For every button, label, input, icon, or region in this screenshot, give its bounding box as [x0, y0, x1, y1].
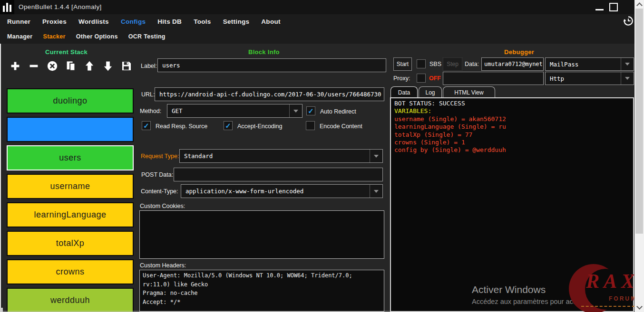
- window-title: OpenBullet 1.4.4 [Anomaly]: [19, 3, 102, 10]
- move-up-icon[interactable]: [83, 59, 96, 73]
- request-type-dropdown[interactable]: Standard: [179, 149, 383, 163]
- proxy-caption: Proxy:: [393, 75, 410, 82]
- menu-proxies[interactable]: Proxies: [42, 18, 67, 25]
- log-line: username (Single) = akan560712: [391, 115, 633, 123]
- activate-windows-subtext: Accédez aux paramètres pour activer Wind…: [472, 298, 618, 305]
- read-resp-source-checkbox[interactable]: [142, 121, 151, 130]
- tab-data[interactable]: Data: [390, 86, 418, 98]
- maximize-icon[interactable]: [609, 3, 618, 11]
- sbs-checkbox[interactable]: [417, 59, 426, 68]
- add-icon[interactable]: [9, 59, 22, 73]
- request-type-value: Standard: [180, 150, 370, 162]
- clone-icon[interactable]: [64, 59, 78, 73]
- accept-encoding-label: Accept-Encoding: [237, 123, 283, 130]
- openbullet-window: OpenBullet 1.4.4 [Anomaly] Runner Proxie…: [0, 0, 644, 312]
- remove-icon[interactable]: [27, 59, 40, 73]
- tab-html-view[interactable]: HTML View: [443, 86, 495, 98]
- auto-redirect-checkbox[interactable]: [306, 106, 315, 115]
- stack-block-duolingo[interactable]: duolingo: [7, 88, 134, 113]
- stack-list: duolingo users username learningLanguage…: [7, 88, 134, 312]
- main-menu: Runner Proxies Wordlists Configs Hits DB…: [0, 14, 644, 29]
- method-dropdown[interactable]: GET: [167, 104, 302, 118]
- wordlist-type-dropdown[interactable]: MailPass: [545, 57, 634, 71]
- method-value: GET: [167, 104, 289, 117]
- sbs-label: SBS: [429, 61, 441, 67]
- log-line: config by (Single) = @werdduuh: [391, 146, 633, 154]
- save-floppy-icon[interactable]: [120, 59, 133, 73]
- scrollbar-thumb[interactable]: [635, 9, 643, 234]
- content-type-caption: Content-Type:: [141, 188, 178, 195]
- stack-block-unnamed[interactable]: [7, 117, 134, 142]
- menu-hitsdb[interactable]: Hits DB: [157, 18, 182, 25]
- menu-wordlists[interactable]: Wordlists: [78, 18, 109, 25]
- log-line: crowns (Single) = 1: [391, 139, 633, 146]
- menu-settings[interactable]: Settings: [223, 18, 250, 25]
- stack-block-totalxp[interactable]: totalXp: [7, 231, 134, 256]
- log-line: learningLanguage (Single) = ru: [391, 123, 633, 131]
- custom-cookies-textarea[interactable]: [139, 210, 384, 259]
- menu-tools[interactable]: Tools: [194, 18, 211, 25]
- submenu-ocr-testing[interactable]: OCR Testing: [128, 33, 166, 40]
- chevron-down-icon[interactable]: [621, 58, 634, 70]
- post-data-caption: POST Data:: [141, 171, 173, 178]
- wordlist-type-value: MailPass: [546, 58, 621, 70]
- history-clock-icon[interactable]: [622, 15, 634, 27]
- stack-block-learninglanguage[interactable]: learningLanguage: [7, 202, 134, 227]
- submenu-manager[interactable]: Manager: [7, 33, 33, 40]
- stack-block-username[interactable]: username: [7, 174, 134, 199]
- move-down-icon[interactable]: [101, 59, 115, 73]
- menu-configs[interactable]: Configs: [121, 18, 146, 25]
- content-type-dropdown[interactable]: application/x-www-form-urlencoded: [181, 184, 383, 198]
- log-line: BOT STATUS: SUCCESS: [391, 98, 633, 107]
- read-resp-source-label: Read Resp. Source: [156, 123, 207, 130]
- debugger-log-console[interactable]: BOT STATUS: SUCCESS VARIABLES: username …: [390, 97, 634, 312]
- title-bar: OpenBullet 1.4.4 [Anomaly]: [0, 0, 644, 14]
- content-type-value: application/x-www-form-urlencoded: [181, 185, 370, 198]
- accept-encoding-checkbox[interactable]: [224, 121, 233, 130]
- encode-content-checkbox[interactable]: [306, 121, 315, 130]
- url-caption: URL:: [141, 91, 155, 98]
- step-button[interactable]: Step: [443, 57, 462, 71]
- submenu-stacker[interactable]: Stacker: [43, 33, 66, 40]
- stack-block-werdduuh[interactable]: werdduuh: [7, 288, 134, 312]
- menu-runner[interactable]: Runner: [7, 18, 30, 25]
- post-data-input[interactable]: [174, 168, 383, 181]
- auto-redirect-label: Auto Redirect: [320, 108, 356, 115]
- stack-block-users[interactable]: users: [7, 145, 134, 170]
- data-input[interactable]: umutara0712@mynet.com:65: [481, 57, 544, 71]
- proxy-type-dropdown[interactable]: Http: [545, 72, 634, 85]
- proxy-checkbox[interactable]: [417, 74, 426, 83]
- chevron-down-icon[interactable]: [289, 104, 302, 117]
- log-line: totalXp (Single) = 77: [391, 131, 633, 139]
- openbullet-logo-icon: [0, 0, 14, 14]
- start-button[interactable]: Start: [393, 57, 412, 71]
- proxy-input[interactable]: [443, 72, 544, 85]
- custom-headers-textarea[interactable]: User-Agent: Mozilla/5.0 (Windows NT 10.0…: [139, 270, 384, 312]
- label-input[interactable]: users: [157, 58, 386, 72]
- debugger-header: Debugger: [504, 48, 534, 56]
- chevron-down-icon[interactable]: [370, 185, 382, 198]
- scrollbar-corner: [0, 308, 3, 312]
- stack-toolbar: [9, 58, 133, 74]
- encode-content-label: Encode Content: [320, 123, 362, 130]
- log-line: VARIABLES:: [391, 107, 633, 115]
- data-caption: Data:: [465, 61, 479, 67]
- menu-about[interactable]: About: [261, 18, 280, 25]
- delete-circle-icon[interactable]: [46, 59, 59, 73]
- window-left-edge: [0, 44, 1, 312]
- submenu-other-options[interactable]: Other Options: [76, 33, 118, 40]
- tab-log[interactable]: Log: [419, 86, 442, 98]
- minimize-icon[interactable]: [595, 9, 604, 10]
- current-stack-header: Current Stack: [45, 48, 88, 56]
- url-input[interactable]: https://android-api-cf.duolingo.com/2017…: [155, 87, 384, 101]
- configs-submenu: Manager Stacker Other Options OCR Testin…: [0, 29, 644, 44]
- stack-block-crowns[interactable]: crowns: [7, 259, 134, 284]
- custom-headers-caption: Custom Headers:: [140, 262, 186, 269]
- request-type-caption: Request Type:: [141, 153, 179, 160]
- chevron-down-icon[interactable]: [370, 150, 382, 162]
- window-bottom-edge: [0, 311, 390, 312]
- chevron-down-icon[interactable]: [621, 72, 634, 85]
- activate-windows-text: Activer Windows: [472, 284, 546, 295]
- label-caption: Label:: [141, 63, 157, 69]
- method-caption: Method:: [140, 108, 161, 114]
